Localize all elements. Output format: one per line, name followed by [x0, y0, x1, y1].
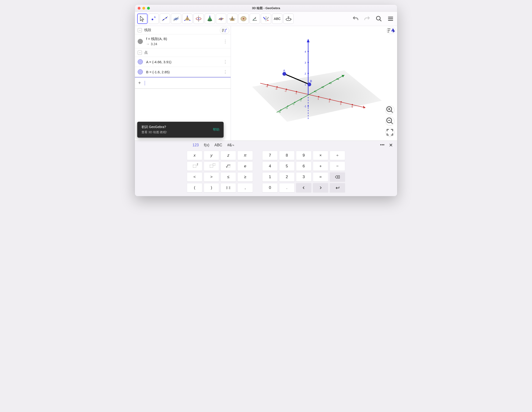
kb-tab-fx[interactable]: f(x) [204, 143, 209, 147]
svg-text:-3: -3 [275, 87, 277, 90]
key-div[interactable]: ÷ [330, 151, 345, 160]
kb-tab-123[interactable]: 123 [192, 143, 199, 147]
graphics-3d-canvas[interactable]: -4 -3 -2 -1 1 2 3 4 -4 -3 [231, 26, 397, 140]
visibility-toggle-a[interactable] [138, 59, 143, 64]
tool-intersect[interactable] [227, 14, 238, 24]
key-8[interactable]: 8 [279, 151, 294, 160]
row-menu-a[interactable]: ⋮ [223, 59, 227, 64]
tool-move[interactable] [137, 14, 148, 24]
svg-text:4: 4 [352, 105, 353, 108]
svg-point-58 [352, 104, 353, 105]
fullscreen-button[interactable] [385, 128, 394, 137]
zoom-in-button[interactable] [385, 105, 394, 114]
row-menu-b[interactable]: ⋮ [223, 69, 227, 75]
tool-angle[interactable]: α [250, 14, 260, 24]
point-a-marker[interactable] [282, 72, 286, 76]
key-mul[interactable]: × [313, 151, 328, 160]
section-points-label: 点 [144, 50, 148, 55]
key-plus[interactable]: + [313, 161, 328, 171]
key-backspace[interactable] [330, 172, 345, 182]
key-7[interactable]: 7 [262, 151, 278, 160]
zoom-out-button[interactable] [385, 117, 394, 125]
redo-button[interactable] [363, 15, 371, 23]
algebra-input-row[interactable]: + [135, 77, 231, 89]
key-left[interactable] [296, 183, 311, 192]
kb-tab-sym[interactable]: #&¬ [227, 143, 234, 147]
key-le[interactable]: ≤ [221, 172, 236, 182]
key-x[interactable]: x [187, 151, 202, 160]
menu-button[interactable] [386, 15, 395, 23]
tool-line[interactable] [160, 14, 170, 24]
key-square[interactable] [187, 161, 202, 171]
section-segment-header[interactable]: − 线段 [135, 26, 231, 34]
key-abs[interactable] [221, 183, 236, 192]
key-3[interactable]: 3 [296, 172, 311, 182]
window-close-button[interactable] [138, 7, 141, 9]
key-2[interactable]: 2 [279, 172, 294, 182]
svg-point-7 [187, 16, 188, 17]
key-1[interactable]: 1 [262, 172, 278, 182]
tool-sphere[interactable] [193, 14, 204, 24]
algebra-row-a[interactable]: A = (-4.66, 3.91) ⋮ [135, 57, 231, 67]
kb-block-left: x y z π e < > ≤ ≥ ( ) , [187, 151, 253, 192]
graphics-style-button[interactable] [386, 27, 396, 34]
tool-reflect[interactable] [261, 14, 271, 24]
key-y[interactable]: y [204, 151, 219, 160]
kb-close-button[interactable]: ✕ [389, 142, 393, 148]
tool-point[interactable]: A [148, 14, 159, 24]
key-comma[interactable]: , [238, 183, 253, 192]
key-power[interactable] [204, 161, 219, 171]
key-0[interactable]: 0 [262, 183, 278, 192]
key-4[interactable]: 4 [262, 161, 278, 171]
key-sqrt[interactable] [221, 161, 236, 171]
tool-rotate-view[interactable] [283, 14, 294, 24]
svg-line-2 [162, 17, 168, 21]
collapse-icon[interactable]: − [138, 28, 142, 32]
key-lt[interactable]: < [187, 172, 202, 182]
key-9[interactable]: 9 [296, 151, 311, 160]
key-ge[interactable]: ≥ [238, 172, 253, 182]
section-segment-label: 线段 [144, 28, 151, 32]
tool-text[interactable]: ABC [272, 14, 282, 24]
key-lparen[interactable]: ( [187, 183, 202, 192]
key-e[interactable]: e [238, 161, 253, 171]
window-maximize-button[interactable] [147, 7, 150, 9]
search-button[interactable] [375, 15, 383, 23]
algebra-row-f[interactable]: f = 线段(A, B) →3.24 ⋮ [135, 34, 231, 48]
key-right[interactable] [313, 183, 328, 192]
point-b-marker[interactable] [307, 83, 311, 86]
key-gt[interactable]: > [204, 172, 219, 182]
key-minus[interactable]: − [330, 161, 345, 171]
collapse-icon[interactable]: − [138, 51, 142, 55]
help-toast-subtitle: 查看 3D 绘图 教程! [142, 130, 167, 134]
visibility-toggle-f[interactable] [138, 39, 143, 44]
window-minimize-button[interactable] [142, 7, 145, 9]
key-z[interactable]: z [221, 151, 236, 160]
kb-more-button[interactable]: ••• [380, 142, 384, 148]
help-toast-link[interactable]: 帮助 [213, 128, 219, 132]
visibility-toggle-b[interactable] [138, 69, 143, 75]
algebra-row-b[interactable]: B = (-1.6, 2.85) ⋮ [135, 67, 231, 77]
section-points-header[interactable]: − 点 [135, 48, 231, 57]
key-pi[interactable]: π [238, 151, 253, 160]
graphics-3d-view[interactable]: -4 -3 -2 -1 1 2 3 4 -4 -3 [231, 26, 397, 140]
tool-cone[interactable] [205, 14, 215, 24]
key-dot[interactable]: . [279, 183, 294, 192]
tool-pyramid[interactable] [182, 14, 192, 24]
tool-circle[interactable] [238, 14, 249, 24]
algebra-view: − 线段 f = 线段(A, B) →3.24 ⋮ − 点 [135, 26, 231, 140]
key-rparen[interactable]: ) [204, 183, 219, 192]
key-5[interactable]: 5 [279, 161, 294, 171]
undo-button[interactable] [351, 15, 360, 23]
tool-plane3pt[interactable] [216, 14, 226, 24]
kb-tab-abc[interactable]: ABC [215, 143, 222, 147]
key-eq[interactable]: = [313, 172, 328, 182]
key-enter[interactable] [330, 183, 345, 192]
svg-point-69 [280, 110, 281, 111]
row-menu-f[interactable]: ⋮ [223, 39, 227, 44]
svg-marker-79 [307, 39, 310, 42]
tool-plane[interactable] [171, 14, 181, 24]
algebra-sort-button[interactable] [220, 27, 229, 34]
key-6[interactable]: 6 [296, 161, 311, 171]
window-title: 3D 绘图 - GeoGebra [135, 6, 397, 10]
